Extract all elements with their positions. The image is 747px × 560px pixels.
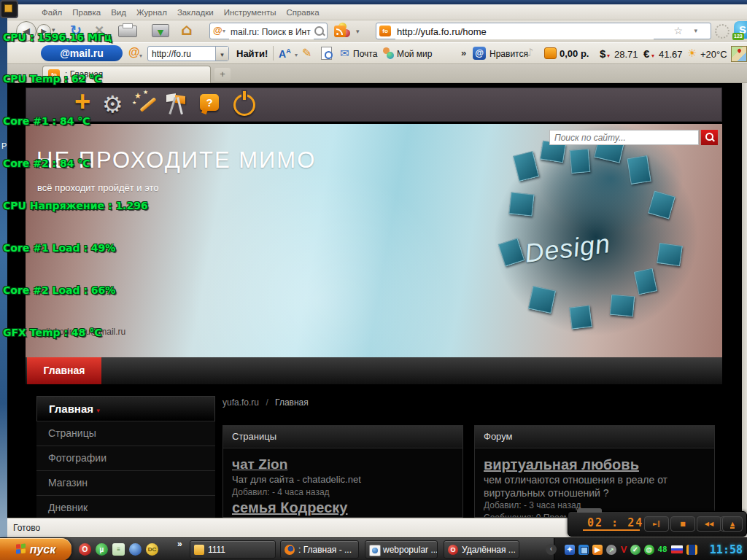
eur-rate[interactable]: 41.67: [659, 49, 683, 60]
sidebar-item-label: Фотографии: [48, 452, 107, 464]
tray-star-icon[interactable]: ✦: [565, 545, 575, 555]
menu-help[interactable]: Справка: [281, 4, 324, 20]
sidebar-item-fotografii[interactable]: Фотографии: [36, 446, 215, 471]
toolbar-overflow-chevrons[interactable]: »: [461, 47, 466, 58]
highlight-pencil-icon[interactable]: ✎: [302, 46, 311, 60]
tray-update-icon[interactable]: ↗: [606, 545, 616, 555]
usd-rate[interactable]: 28.71: [614, 49, 638, 60]
pages-block-title: Страницы: [223, 426, 462, 448]
my-world-icon[interactable]: [382, 47, 394, 59]
new-tab-button[interactable]: +: [214, 68, 231, 81]
page-added: Добавил: - 4 часа назад: [232, 486, 454, 499]
menu-tools[interactable]: Инструменты: [219, 4, 282, 20]
quicklaunch-browser-icon[interactable]: [129, 543, 142, 556]
menu-bookmarks[interactable]: Закладки: [172, 4, 219, 20]
home-button[interactable]: ⌂: [181, 20, 193, 39]
location-bar: fo ☆ ▾: [376, 23, 711, 39]
taskbar-window-1111[interactable]: 1111: [190, 540, 276, 559]
play-pause-button[interactable]: ►‖: [644, 516, 669, 532]
site-combo-button[interactable]: ▾: [215, 47, 228, 61]
power-line: [243, 91, 246, 100]
find-button[interactable]: Найти!: [236, 48, 268, 59]
tray-mailru-agent-icon[interactable]: @: [644, 545, 654, 555]
site-combo[interactable]: http://fo.ru ▾: [147, 46, 229, 61]
sidebar-item-magazin[interactable]: Магазин: [36, 471, 215, 496]
rewind-icon: ◀◀: [705, 521, 713, 527]
mail-label[interactable]: Почта: [353, 49, 377, 59]
player-progress[interactable]: [583, 529, 640, 531]
letterpress-tile: [627, 155, 651, 184]
map-pin: [737, 48, 742, 53]
mail-envelope-icon[interactable]: ✉: [340, 47, 349, 60]
site-search-button[interactable]: [701, 130, 718, 145]
tray-check-icon[interactable]: ✓: [630, 545, 640, 555]
tray-play-icon[interactable]: ▶: [592, 545, 603, 555]
stop-playback-button[interactable]: ■: [670, 516, 695, 532]
weather-temp[interactable]: +20°C: [700, 49, 727, 60]
page-desc: Чат для сайта - chatadelic.net: [232, 473, 454, 486]
stop-icon: ■: [680, 521, 686, 527]
forum-link-virtual-love[interactable]: виртуальная любовь: [484, 456, 705, 473]
taskbar-window-webpopular[interactable]: webpopular ...: [365, 540, 438, 559]
map-icon[interactable]: [731, 46, 747, 62]
rewind-button[interactable]: ◀◀: [697, 516, 721, 532]
mini-player: 02 : 24 ►‖ ■ ◀◀ ►► ▲: [568, 511, 747, 537]
like-at-icon[interactable]: @: [473, 47, 486, 60]
font-size-dropdown[interactable]: ▾: [295, 52, 298, 58]
search-engine-icon[interactable]: @: [213, 25, 222, 36]
start-button[interactable]: пуск: [0, 538, 71, 560]
site-search-input[interactable]: [549, 130, 699, 145]
flags-icon[interactable]: [165, 93, 190, 116]
eject-button[interactable]: ▲: [722, 516, 743, 532]
play-pause-icon: ►‖: [653, 521, 660, 527]
downloads-button[interactable]: ▼: [152, 24, 169, 37]
search-magnifier-icon[interactable]: [314, 26, 324, 36]
money-amount[interactable]: 0,00 р.: [560, 48, 589, 59]
tray-collapse-chevron[interactable]: ‹: [546, 544, 557, 555]
tray-flag-icon[interactable]: [671, 545, 683, 553]
help-icon[interactable]: ?: [200, 94, 219, 111]
quicklaunch-opera-icon[interactable]: O: [79, 543, 91, 556]
urlbar-dropdown-icon[interactable]: ▾: [694, 27, 697, 34]
music-note-icon[interactable]: ♪: [527, 46, 534, 59]
tray-clock[interactable]: 11:58: [710, 543, 743, 556]
balls-dropdown-icon[interactable]: ▾: [356, 28, 360, 35]
player-handle[interactable]: [577, 508, 602, 513]
like-label[interactable]: Нравится: [489, 49, 528, 59]
taskbar: пуск O µ ≡ DC » 1111 : Главная - ... web…: [0, 537, 747, 560]
web-search-input[interactable]: [229, 24, 314, 39]
weather-sun-icon[interactable]: ☀: [687, 47, 697, 60]
osd-line: CPU Напряжение : 1.296: [3, 199, 148, 213]
tray-antivirus-icon[interactable]: V: [619, 545, 629, 555]
search-engine-dropdown-icon[interactable]: ▾: [222, 28, 225, 34]
scrollbar[interactable]: [742, 83, 747, 518]
rss-icon[interactable]: [334, 26, 346, 37]
windows-logo-icon: [16, 543, 27, 555]
wallet-icon[interactable]: [544, 47, 557, 59]
my-world-label[interactable]: Мой мир: [397, 49, 432, 59]
breadcrumb-site[interactable]: yufa.fo.ru: [222, 397, 259, 408]
osd-line: Core #2 : 84 °C: [3, 157, 148, 171]
forum-desc: чем отличаются отношения в реале от вирт…: [484, 473, 705, 499]
tray-layout-icon[interactable]: [686, 545, 697, 555]
taskbar-window-firefox[interactable]: : Главная - ...: [280, 540, 359, 559]
sidebar-item-stranitsy[interactable]: Страницы: [36, 421, 215, 446]
quicklaunch-dcpp-icon[interactable]: DC: [146, 543, 158, 556]
sidebar-item-glavnaya[interactable]: Главная ▾: [36, 396, 215, 421]
preview-icon[interactable]: [321, 47, 332, 60]
sidebar-item-dnevnik[interactable]: Дневник: [36, 496, 215, 518]
quicklaunch-overflow-chevrons[interactable]: »: [177, 539, 182, 549]
page-link-chat-zion[interactable]: чат Zion: [232, 456, 454, 473]
breadcrumb-page: Главная: [275, 397, 309, 408]
bookmark-star-icon[interactable]: ☆: [673, 25, 683, 36]
page-link-semya-kodresku[interactable]: семья Кодреску: [232, 499, 454, 516]
taskbar-window-udalennaya[interactable]: O Удалённая ...: [444, 540, 519, 559]
power-icon[interactable]: [233, 94, 255, 116]
breadcrumb: yufa.fo.ru / Главная: [222, 397, 309, 408]
quicklaunch-notepad-icon[interactable]: ≡: [112, 543, 125, 556]
font-size-button[interactable]: AA: [279, 47, 291, 60]
tray-windows-icon[interactable]: [578, 545, 589, 555]
skype-icon[interactable]: S123: [734, 21, 747, 39]
quicklaunch-utorrent-icon[interactable]: µ: [96, 543, 108, 556]
url-input[interactable]: [395, 24, 654, 39]
